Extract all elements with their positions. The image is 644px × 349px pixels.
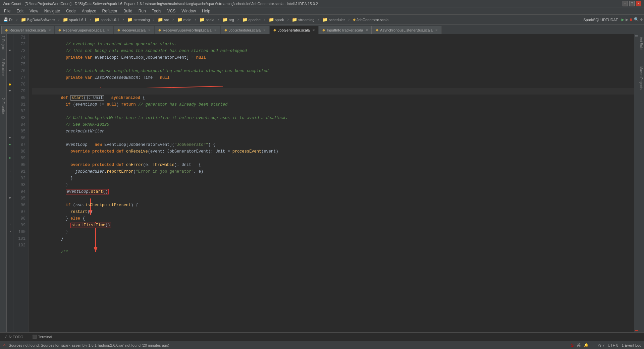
input-method-icon: 英 bbox=[577, 343, 581, 348]
code-line-83: // See SPARK-10125 bbox=[32, 115, 634, 121]
maximize-button[interactable]: □ bbox=[629, 1, 635, 6]
menu-refactor[interactable]: Refactor bbox=[100, 8, 120, 14]
run-icon[interactable]: ▶ bbox=[621, 17, 624, 22]
line-num-83: 83 bbox=[16, 115, 25, 121]
debug-icon[interactable]: ▶ bbox=[626, 17, 628, 22]
toolbar-streaming2[interactable]: 📁 streaming bbox=[290, 16, 316, 23]
event-log[interactable]: 1 Event Log bbox=[622, 343, 641, 347]
folder-icon: 📁 bbox=[94, 17, 100, 22]
code-line-80: if (eventLoop != null) return // generat… bbox=[32, 95, 634, 101]
menu-window[interactable]: Window bbox=[179, 8, 199, 14]
menu-vcs[interactable]: VCS bbox=[165, 8, 178, 14]
line-num-85: 85 bbox=[16, 128, 25, 135]
toolbar-bigdata[interactable]: 📁 BigDataSoftware bbox=[19, 16, 57, 23]
folder-icon: 📁 bbox=[242, 17, 248, 22]
fold-icon[interactable]: ▼ bbox=[9, 195, 11, 202]
gutter-line-82 bbox=[7, 108, 13, 115]
gutter-line-95: ▼ bbox=[7, 195, 13, 202]
code-line-74 bbox=[32, 54, 634, 61]
structure-sidebar-icon[interactable]: 2: Structure bbox=[1, 58, 5, 76]
tab-close-icon[interactable]: × bbox=[148, 28, 151, 33]
toolbar-file[interactable]: ◆ JobGenerator.scala bbox=[351, 17, 390, 22]
toolbar-spark[interactable]: 📁 spark bbox=[267, 16, 286, 23]
scala-icon: ◆ bbox=[224, 28, 227, 32]
tab-close-icon[interactable]: × bbox=[214, 28, 217, 33]
toolbar-scheduler[interactable]: 📁 scheduler bbox=[320, 16, 347, 23]
stop-icon[interactable]: ■ bbox=[630, 17, 632, 22]
toolbar-spark161b[interactable]: 📁 spark-1.6.1 bbox=[92, 16, 121, 23]
code-line-82: // Call checkpointWriter here to initial… bbox=[32, 108, 634, 115]
menu-view[interactable]: View bbox=[27, 8, 41, 14]
toolbar-d-drive[interactable]: 💾 D: bbox=[1, 17, 15, 22]
code-line-76: private var lastProcessedBatch: Time = n… bbox=[32, 68, 634, 74]
breakpoint-small-icon[interactable]: ● bbox=[9, 141, 11, 148]
gutter-line-81 bbox=[7, 101, 13, 108]
fold-icon[interactable]: ▼ bbox=[9, 135, 11, 141]
menu-edit[interactable]: Edit bbox=[14, 8, 26, 14]
tab-close-icon[interactable]: × bbox=[435, 28, 438, 33]
tab-close-icon[interactable]: × bbox=[366, 28, 368, 33]
menu-code[interactable]: Code bbox=[63, 8, 78, 14]
status-message: Sources not found: Sources for 'spark-as… bbox=[9, 343, 169, 347]
tab-receiver-supervisor[interactable]: ◆ ReceiverSupervisor.scala × bbox=[55, 26, 113, 34]
line-num-72: 72 bbox=[16, 41, 25, 48]
editor-scrollbar[interactable] bbox=[634, 34, 638, 332]
tab-receiver[interactable]: ◆ Receiver.scala × bbox=[114, 26, 155, 34]
tab-job-scheduler[interactable]: ◆ JobScheduler.scala × bbox=[221, 26, 269, 34]
gutter-line-101 bbox=[7, 235, 13, 242]
bottom-tab-terminal[interactable]: ⬛ Terminal bbox=[29, 334, 55, 340]
ant-build-icon[interactable]: Ant Build bbox=[639, 36, 643, 52]
menu-navigate[interactable]: Navigate bbox=[42, 8, 63, 14]
toolbar-org[interactable]: 📁 org bbox=[220, 16, 236, 23]
tab-close-icon[interactable]: × bbox=[48, 28, 51, 33]
fold-close-icon[interactable]: └ bbox=[9, 229, 11, 235]
editor-area[interactable]: ▼ ▼ ● ▼ bbox=[7, 34, 638, 332]
tab-job-generator[interactable]: ◆ JobGenerator.scala × bbox=[270, 26, 318, 34]
toolbar-streaming[interactable]: 📁 streaming bbox=[125, 16, 152, 23]
scala-file-icon: ◆ bbox=[353, 17, 356, 22]
toolbar-src[interactable]: 📁 src bbox=[156, 16, 171, 23]
fold-close-icon[interactable]: └ bbox=[9, 168, 11, 175]
toolbar-apache[interactable]: 📁 apache bbox=[240, 16, 263, 23]
menu-build[interactable]: Build bbox=[121, 8, 135, 14]
tab-async-listener-bus[interactable]: ◆ AsynchronousListenerBus.scala × bbox=[372, 26, 441, 34]
code-line-101 bbox=[32, 235, 634, 242]
fold-icon[interactable]: ▼ bbox=[9, 88, 11, 95]
menu-tools[interactable]: Tools bbox=[149, 8, 164, 14]
tab-close-icon[interactable]: × bbox=[312, 28, 315, 33]
gutter-line-86: ▼ bbox=[7, 135, 13, 141]
menu-analyze[interactable]: Analyze bbox=[79, 8, 99, 14]
tab-receiver-tracker[interactable]: ◆ ReceiverTracker.scala × bbox=[1, 26, 54, 34]
breakpoint-small-icon[interactable]: ● bbox=[9, 155, 11, 162]
minimize-button[interactable]: ─ bbox=[623, 1, 628, 6]
fold-close-icon[interactable]: └ bbox=[9, 175, 11, 182]
favorites-sidebar-icon[interactable]: 2: Favorites bbox=[1, 98, 5, 115]
toolbar-right-project[interactable]: SparkSQLUDFUDAF bbox=[581, 17, 620, 22]
breakpoint-icon[interactable]: ● bbox=[8, 81, 11, 88]
project-sidebar-icon[interactable]: 1: Project bbox=[1, 36, 5, 50]
toolbar-spark161[interactable]: 📁 spark1.6.1 bbox=[61, 16, 88, 23]
maven-icon[interactable]: Maven Projects bbox=[639, 65, 643, 91]
toolbar-scala[interactable]: 📁 scala bbox=[197, 16, 216, 23]
line-num-80: 80 bbox=[16, 95, 25, 101]
toolbar-main[interactable]: 📁 main bbox=[175, 16, 194, 23]
line-num-89: 89 bbox=[16, 155, 25, 162]
status-left: ⚠ Sources not found: Sources for 'spark-… bbox=[3, 343, 169, 347]
menu-run[interactable]: Run bbox=[136, 8, 149, 14]
tab-close-icon[interactable]: × bbox=[107, 28, 110, 33]
tab-input-info-tracker[interactable]: ◆ InputInfoTracker.scala × bbox=[319, 26, 372, 34]
search-icon[interactable]: 🔍 bbox=[634, 17, 639, 22]
settings-icon[interactable]: ⚙ bbox=[640, 17, 643, 22]
tab-receiver-supervisor-impl[interactable]: ◆ ReceiverSupervisorImpl.scala × bbox=[155, 26, 220, 34]
bottom-tab-todo[interactable]: ✓ 6: TODO bbox=[1, 334, 26, 340]
code-line-85 bbox=[32, 128, 634, 135]
menu-help[interactable]: Help bbox=[199, 8, 213, 14]
close-button[interactable]: ✕ bbox=[636, 1, 641, 6]
menu-file[interactable]: File bbox=[1, 8, 13, 14]
fold-icon[interactable]: ▼ bbox=[9, 48, 11, 54]
tab-close-icon[interactable]: × bbox=[263, 28, 266, 33]
fold-icon[interactable]: ▼ bbox=[9, 68, 11, 74]
gutter-line-99: └ bbox=[7, 222, 13, 229]
fold-close-icon[interactable]: └ bbox=[9, 222, 11, 229]
code-content[interactable]: // eventLoop is created when generator s… bbox=[29, 34, 634, 332]
